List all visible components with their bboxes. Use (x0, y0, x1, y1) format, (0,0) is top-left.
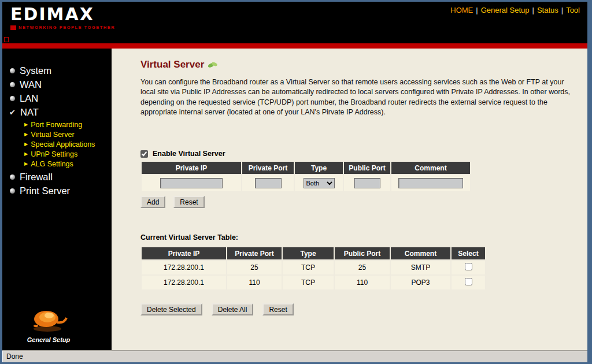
sidebar-subitem-port-forwarding[interactable]: ▶ Port Forwarding (24, 120, 112, 129)
table-buttons-row: Delete Selected Delete All Reset (140, 303, 570, 315)
private-ip-cell (142, 175, 241, 191)
table-row: 172.28.200.1 110 TCP 110 POP3 (142, 276, 485, 289)
sidebar-subitem-label: UPnP Settings (31, 150, 77, 158)
sidebar-item-label: Firewall (20, 172, 53, 183)
col-public-port: Public Port (344, 162, 390, 174)
sidebar-subitem-alg-settings[interactable]: ▶ ALG Settings (24, 159, 112, 169)
page-title-row: Virtual Server (140, 59, 570, 70)
nav-separator: | (532, 6, 534, 14)
sidebar-item-system[interactable]: System (9, 64, 112, 77)
nav-link-home[interactable]: HOME (450, 6, 473, 14)
sidebar-subitem-upnp-settings[interactable]: ▶ UPnP Settings (24, 149, 112, 159)
current-table-caption: Current Virtual Server Table: (140, 233, 570, 242)
cell-private-ip: 172.28.200.1 (142, 261, 226, 274)
private-port-cell (242, 175, 294, 191)
content-area: System WAN LAN ✔ NAT (2, 49, 587, 350)
sidebar-subitem-special-applications[interactable]: ▶ Special Applications (24, 139, 112, 149)
type-cell: Both (295, 175, 343, 191)
sidebar-item-print-server[interactable]: Print Server (9, 184, 112, 198)
col-comment: Comment (391, 247, 450, 259)
sidebar-item-label: Print Server (20, 185, 70, 196)
type-select[interactable]: Both (304, 178, 335, 188)
row-select-checkbox[interactable] (465, 263, 472, 270)
table-row: 172.28.200.1 25 TCP 25 SMTP (142, 261, 485, 274)
delete-selected-button[interactable]: Delete Selected (140, 303, 202, 315)
cell-public-port: 110 (335, 276, 390, 289)
sidebar-subitem-label: ALG Settings (31, 160, 73, 168)
enable-virtual-server-row: Enable Virtual Server (140, 150, 570, 158)
enable-virtual-server-checkbox[interactable] (140, 150, 148, 158)
nav-link-status[interactable]: Status (537, 6, 558, 14)
main-content: Virtual Server You can configure the Bro… (112, 49, 587, 350)
top-nav: HOME|General Setup|Status|Tool (447, 6, 583, 14)
status-bar: Done (2, 350, 587, 362)
private-ip-input[interactable] (160, 178, 223, 188)
bullet-icon (10, 188, 15, 194)
arrow-icon: ▶ (24, 161, 28, 166)
delete-all-button[interactable]: Delete All (212, 303, 254, 315)
col-comment: Comment (391, 162, 470, 174)
sidebar-item-firewall[interactable]: Firewall (9, 170, 112, 184)
virtual-server-icon (208, 60, 218, 69)
bullet-icon (10, 82, 15, 87)
logo-text: EDIMAX (10, 6, 115, 23)
cell-comment: SMTP (391, 261, 450, 274)
sidebar-item-label: System (20, 65, 51, 76)
red-divider-bar (2, 43, 587, 49)
col-public-port: Public Port (335, 247, 390, 259)
cell-select (452, 276, 485, 289)
router-admin-window: EDIMAX NETWORKING PEOPLE TOGETHER HOME|G… (2, 2, 587, 362)
row-select-checkbox[interactable] (465, 278, 472, 285)
nav-separator: | (476, 6, 478, 14)
cell-private-ip: 172.28.200.1 (142, 276, 226, 289)
form-table-header-row: Private IP Private Port Type Public Port… (142, 162, 470, 174)
nav-separator: | (561, 6, 563, 14)
public-port-input[interactable] (354, 178, 380, 188)
edimax-logo: EDIMAX NETWORKING PEOPLE TOGETHER (10, 6, 115, 30)
arrow-icon: ▶ (24, 142, 28, 147)
col-private-ip: Private IP (142, 247, 226, 259)
sidebar-item-nat[interactable]: ✔ NAT (9, 105, 112, 119)
comment-input[interactable] (398, 178, 463, 188)
general-setup-label: General Setup (2, 336, 95, 343)
col-private-port: Private Port (227, 247, 282, 259)
swirl-logo-icon (29, 305, 68, 333)
nav-link-general-setup[interactable]: General Setup (481, 6, 530, 14)
bullet-icon (10, 174, 15, 180)
logo-tagline: NETWORKING PEOPLE TOGETHER (10, 25, 115, 30)
cell-private-port: 110 (227, 276, 282, 289)
table-reset-button[interactable]: Reset (262, 303, 293, 315)
cell-select (452, 261, 485, 274)
col-private-ip: Private IP (142, 162, 241, 174)
sidebar-item-lan[interactable]: LAN (9, 91, 112, 105)
form-buttons-row: Add Reset (140, 196, 570, 208)
col-type: Type (295, 162, 343, 174)
browser-frame: EDIMAX NETWORKING PEOPLE TOGETHER HOME|G… (0, 0, 592, 364)
col-type: Type (283, 247, 334, 259)
sidebar-item-wan[interactable]: WAN (9, 77, 112, 91)
form-input-row: Both (142, 175, 470, 191)
arrow-icon: ▶ (24, 122, 28, 127)
logo-tagline-block-icon (10, 25, 16, 30)
cell-comment: POP3 (391, 276, 450, 289)
nat-submenu: ▶ Port Forwarding ▶ Virtual Server ▶ Spe… (9, 120, 112, 169)
nav-link-tool[interactable]: Tool (566, 6, 580, 14)
general-setup-logo: General Setup (2, 305, 95, 343)
cell-type: TCP (283, 261, 334, 274)
sidebar-subitem-virtual-server[interactable]: ▶ Virtual Server (24, 129, 112, 139)
private-port-input[interactable] (255, 178, 282, 188)
sidebar-item-label: LAN (20, 93, 38, 104)
public-port-cell (344, 175, 390, 191)
bullet-icon (10, 96, 15, 101)
sidebar-subitem-label: Special Applications (31, 140, 95, 148)
sidebar-subitem-label: Virtual Server (31, 131, 75, 139)
add-button[interactable]: Add (140, 196, 165, 208)
sidebar-item-label: NAT (20, 107, 39, 118)
sidebar: System WAN LAN ✔ NAT (2, 49, 112, 350)
current-table-header-row: Private IP Private Port Type Public Port… (142, 247, 485, 259)
enable-virtual-server-label: Enable Virtual Server (153, 150, 225, 158)
broken-image-icon (4, 37, 9, 42)
sidebar-item-label: WAN (20, 79, 42, 90)
reset-button[interactable]: Reset (173, 196, 204, 208)
arrow-icon: ▶ (24, 132, 28, 137)
